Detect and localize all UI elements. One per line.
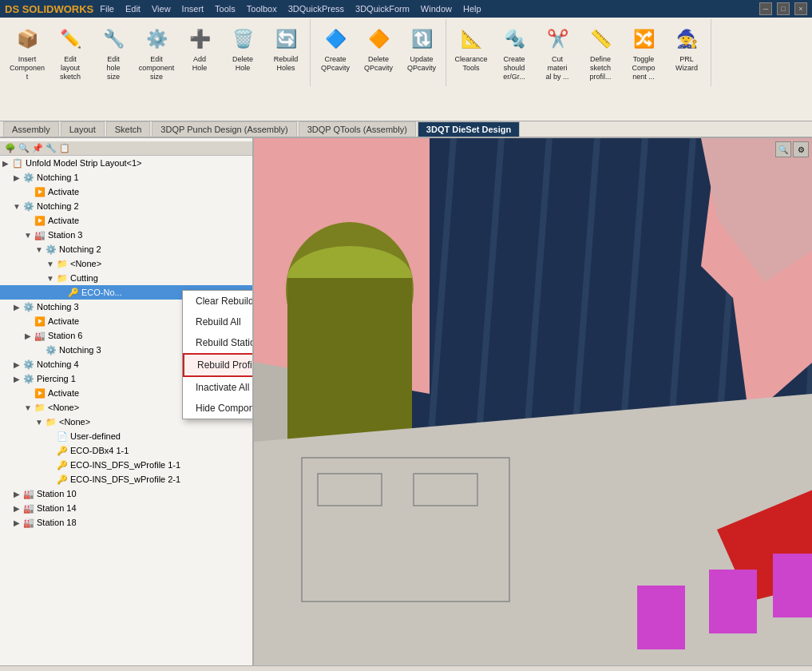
- expand-icon-unfold-model[interactable]: ▶: [0, 159, 11, 168]
- item-icon-notching4: ⚙️: [22, 358, 35, 371]
- ctx-item-rebuild-station-only[interactable]: Rebuild Station Only: [183, 332, 254, 353]
- item-label-station14: Station 14: [37, 503, 77, 513]
- context-menu: Clear Rebuild StateRebuild AllRebuild St…: [182, 290, 254, 419]
- delete-qpcavity-button[interactable]: 🔶Delete QPcavity: [358, 21, 399, 85]
- expand-icon-none2[interactable]: ▼: [22, 403, 34, 412]
- toggle-component-button[interactable]: 🔀Toggle Compo nent ...: [623, 21, 664, 85]
- expand-icon-station3[interactable]: ▼: [22, 231, 34, 240]
- tree-item-station3[interactable]: ▼🏭Station 3: [0, 228, 252, 242]
- menu-item-3dquickpress[interactable]: 3DQuickPress: [288, 4, 344, 14]
- expand-icon-notching2[interactable]: ▼: [11, 202, 22, 211]
- tree-item-eco-ins1[interactable]: 🔑ECO-INS_DFS_wProfile 1-1: [0, 458, 252, 472]
- item-icon-eco-note: 🔑: [67, 286, 80, 299]
- update-qpcavity-button[interactable]: 🔃Update QPcavity: [401, 21, 442, 85]
- item-icon-cutting: 📁: [56, 272, 69, 284]
- edit-layout-sketch-label: Edit layout sketch: [60, 55, 81, 81]
- clearance-tools-icon: 📐: [457, 25, 485, 54]
- rebuild-holes-button[interactable]: 🔄Rebuild Holes: [265, 21, 307, 85]
- expand-icon-cutting[interactable]: ▼: [45, 274, 56, 283]
- delete-hole-button[interactable]: 🗑️Delete Hole: [222, 21, 263, 85]
- tree-item-notching2[interactable]: ▼⚙️Notching 2: [0, 199, 252, 213]
- ctx-item-rebuild-profile-only[interactable]: Rebuild Profile Only: [183, 353, 254, 377]
- tab-punch-design[interactable]: 3DQP Punch Design (Assembly): [152, 121, 296, 137]
- expand-icon-none1[interactable]: ▼: [45, 260, 56, 268]
- tree-item-station10[interactable]: ▶🏭Station 10: [0, 486, 252, 501]
- ctx-item-rebuild-all[interactable]: Rebuild All: [183, 312, 254, 332]
- expand-icon-station18[interactable]: ▶: [11, 518, 22, 527]
- tree-item-station18[interactable]: ▶🏭Station 18: [0, 515, 252, 530]
- tree-item-notching1[interactable]: ▶⚙️Notching 1: [0, 170, 252, 185]
- tree-item-user-defined[interactable]: 📄User-defined: [0, 429, 252, 443]
- prl-wizard-icon: 🧙: [672, 25, 701, 54]
- add-hole-button[interactable]: ➕Add Hole: [179, 21, 220, 85]
- tab-sketch[interactable]: Sketch: [106, 121, 151, 137]
- menu-item-file[interactable]: File: [100, 4, 114, 14]
- expand-icon-station10[interactable]: ▶: [11, 490, 22, 498]
- expand-icon-station14[interactable]: ▶: [11, 504, 22, 513]
- item-label-unfold-model: Unfold Model Strip Layout<1>: [26, 158, 142, 168]
- tab-assembly[interactable]: Assembly: [3, 121, 59, 137]
- define-sketch-profile-icon: 📏: [586, 25, 615, 54]
- expand-icon-notching2b[interactable]: ▼: [34, 245, 45, 254]
- edit-hole-size-label: Edit hole size: [106, 55, 120, 81]
- ctx-item-inactivate-all[interactable]: Inactivate All: [183, 377, 254, 398]
- item-label-cutting: Cutting: [70, 273, 98, 283]
- item-label-notching3b: Notching 3: [59, 345, 101, 355]
- insert-component-label: Insert Component: [9, 55, 46, 81]
- item-label-station10: Station 10: [37, 489, 77, 498]
- define-sketch-profile-button[interactable]: 📏Define sketch profil...: [580, 21, 621, 85]
- ctx-item-hide-components[interactable]: Hide Components: [183, 398, 254, 419]
- item-icon-station6: 🏭: [34, 329, 46, 342]
- expand-icon-station6[interactable]: ▶: [22, 332, 34, 340]
- menu-item-3dquickform[interactable]: 3DQuickForm: [355, 4, 410, 14]
- menu-item-view[interactable]: View: [152, 4, 171, 14]
- cut-material-button[interactable]: ✂️Cut materi al by ...: [537, 21, 578, 85]
- window-controls[interactable]: ─ □ ×: [759, 2, 807, 15]
- tab-layout[interactable]: Layout: [61, 121, 105, 137]
- tree-item-cutting[interactable]: ▼📁Cutting: [0, 271, 252, 285]
- menu-item-edit[interactable]: Edit: [125, 4, 141, 14]
- tab-dieset-design[interactable]: 3DQT DieSet Design: [418, 121, 520, 137]
- minimize-button[interactable]: ─: [759, 2, 772, 15]
- viewport: 🔍 ⚙: [254, 138, 812, 665]
- tree-item-notching2b[interactable]: ▼⚙️Notching 2: [0, 242, 252, 256]
- menu-bar[interactable]: FileEditViewInsertToolsToolbox3DQuickPre…: [100, 4, 481, 14]
- viewport-settings-icon[interactable]: ⚙: [793, 141, 809, 157]
- menu-item-help[interactable]: Help: [463, 4, 481, 14]
- tree-item-activate2[interactable]: ▶️Activate: [0, 213, 252, 228]
- item-label-none2: <None>: [48, 403, 79, 412]
- tree-item-eco-ins2[interactable]: 🔑ECO-INS_DFS_wProfile 2-1: [0, 472, 252, 486]
- close-button[interactable]: ×: [794, 2, 807, 15]
- maximize-button[interactable]: □: [777, 2, 790, 15]
- menu-item-toolbox[interactable]: Toolbox: [247, 4, 277, 14]
- expand-icon-notching1[interactable]: ▶: [11, 173, 22, 182]
- expand-icon-notching4[interactable]: ▶: [11, 360, 22, 369]
- menu-item-insert[interactable]: Insert: [182, 4, 204, 14]
- edit-layout-sketch-button[interactable]: ✏️Edit layout sketch: [50, 21, 91, 85]
- tree-item-activate1[interactable]: ▶️Activate: [0, 185, 252, 199]
- tree-item-eco-dbx4[interactable]: 🔑ECO-DBx4 1-1: [0, 443, 252, 458]
- feature-tree-header: 🌳 🔍 📌 🔧 📋: [0, 141, 252, 156]
- add-hole-label: Add Hole: [192, 55, 208, 73]
- item-label-none1: <None>: [70, 259, 101, 268]
- item-label-none3: <None>: [59, 417, 90, 427]
- tree-item-station14[interactable]: ▶🏭Station 14: [0, 501, 252, 515]
- create-qpcavity-button[interactable]: 🔷Create QPcavity: [315, 21, 356, 85]
- edit-component-size-button[interactable]: ⚙️Edit component size: [136, 21, 177, 85]
- expand-icon-piercing1[interactable]: ▶: [11, 375, 22, 383]
- ctx-item-clear-rebuild-state[interactable]: Clear Rebuild State: [183, 291, 254, 312]
- viewport-zoom-icon[interactable]: 🔍: [775, 141, 791, 157]
- item-label-activate3: Activate: [48, 316, 79, 326]
- tab-qtools[interactable]: 3DQP QTools (Assembly): [299, 121, 416, 137]
- tree-item-none1[interactable]: ▼📁<None>: [0, 256, 252, 271]
- edit-hole-size-button[interactable]: 🔧Edit hole size: [93, 21, 134, 85]
- insert-component-button[interactable]: 📦Insert Component: [6, 21, 48, 85]
- prl-wizard-button[interactable]: 🧙PRL Wizard: [666, 21, 707, 85]
- clearance-tools-button[interactable]: 📐Clearance Tools: [450, 21, 492, 85]
- menu-item-tools[interactable]: Tools: [215, 4, 236, 14]
- expand-icon-none3[interactable]: ▼: [34, 418, 45, 427]
- expand-icon-notching3[interactable]: ▶: [11, 303, 22, 312]
- tree-item-unfold-model[interactable]: ▶📋Unfold Model Strip Layout<1>: [0, 156, 252, 170]
- create-shoulder-button[interactable]: 🔩Create should er/Gr...: [493, 21, 535, 85]
- menu-item-window[interactable]: Window: [421, 4, 452, 14]
